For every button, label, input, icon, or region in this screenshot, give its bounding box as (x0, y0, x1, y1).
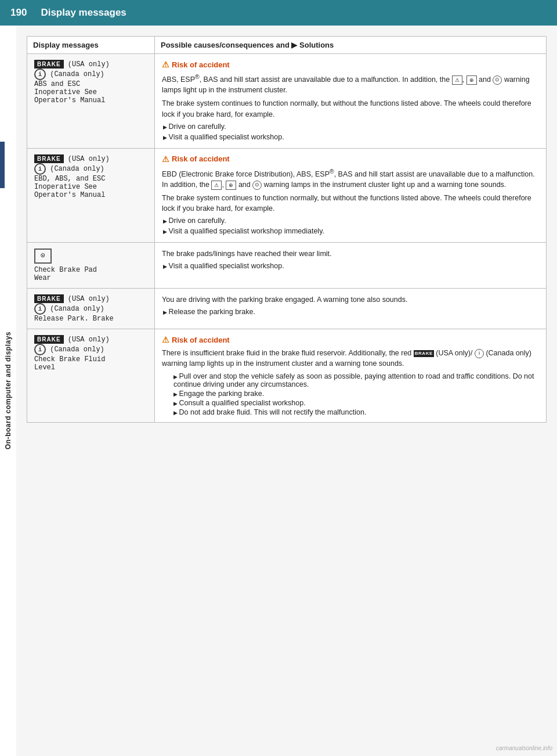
usa-only-label: (USA only) (68, 295, 110, 303)
brake-label: BRAKE (34, 335, 64, 344)
header-bar: 190 Display messages (0, 0, 557, 26)
bullet4: Do not add brake fluid. This will not re… (162, 408, 539, 416)
body-text: You are driving with the parking brake e… (162, 294, 539, 305)
watermark: carmanualsonline.info (496, 745, 552, 751)
bullet2: Visit a qualified specialist workshop. (162, 133, 539, 141)
circle-i-icon: i (34, 344, 46, 355)
esp-lamp-icon: ⊕ (466, 75, 477, 85)
sidebar: On-board computer and displays (0, 26, 16, 756)
col2-header: Possible causes/consequences and ▶ Solut… (155, 37, 547, 54)
circle-i-icon: i (34, 303, 46, 315)
risk-title: ⚠ Risk of accident (162, 154, 539, 164)
solution-cell: ⚠ Risk of accident EBD (Electronic Brake… (155, 148, 547, 243)
brake-pad-icon: ⊙ (34, 249, 52, 264)
bullet1: Drive on carefully. (162, 123, 539, 131)
inline-circle-icon: i (475, 349, 484, 358)
body-text2: The brake system continues to function n… (162, 193, 539, 214)
canada-only-label: (Canada only) (50, 165, 104, 173)
table-row: BRAKE (USA only) i (Canada only) ABS and… (27, 54, 547, 149)
bullet1: Drive on carefully. (162, 217, 539, 225)
usa-only-label: (USA only) (68, 60, 110, 69)
bullet1: Pull over and stop the vehicle safely as… (162, 372, 539, 388)
usa-only-label: (USA only) (68, 154, 110, 163)
inline-brake-label: BRAKE (414, 350, 434, 357)
page-title: Display messages (41, 7, 126, 19)
bullet1: Release the parking brake. (162, 308, 539, 316)
body-text: EBD (Electronic Brake force Distribution… (162, 167, 539, 190)
body-text: There is insufficient brake fluid in the… (162, 348, 539, 369)
brake-label: BRAKE (34, 60, 64, 69)
risk-text: Risk of accident (172, 154, 230, 163)
brake-label: BRAKE (34, 154, 64, 163)
warning-triangle-icon: ⚠ (162, 335, 169, 344)
warning-triangle-icon: ⚠ (162, 60, 169, 69)
canada-only-label: (Canada only) (50, 345, 104, 354)
warn-lamp-icon: ⚠ (452, 75, 462, 85)
col1-header: Display messages (27, 37, 155, 54)
solution-cell: The brake pads/linings have reached thei… (155, 243, 547, 289)
solution-cell: ⚠ Risk of accident ABS, ESP®, BAS and hi… (155, 54, 547, 149)
sidebar-marker (0, 142, 5, 188)
table-row: BRAKE (USA only) i (Canada only) Check B… (27, 329, 547, 422)
risk-text: Risk of accident (172, 60, 230, 69)
risk-title: ⚠ Risk of accident (162, 60, 539, 69)
table-row: BRAKE (USA only) i (Canada only) EBD, AB… (27, 148, 547, 243)
page-wrapper: 190 Display messages On-board computer a… (0, 0, 557, 756)
page-number: 190 (10, 7, 27, 19)
bullet3: Consult a qualified specialist workshop. (162, 399, 539, 407)
body-text: The brake pads/linings have reached thei… (162, 249, 539, 259)
display-message-cell: BRAKE (USA only) i (Canada only) EBD, AB… (27, 148, 155, 243)
risk-title: ⚠ Risk of accident (162, 335, 539, 344)
solution-cell: ⚠ Risk of accident There is insufficient… (155, 329, 547, 422)
brake-label: BRAKE (34, 294, 64, 303)
message-text: Release Park. Brake (34, 315, 114, 323)
circle-i-icon: i (34, 163, 46, 175)
message-text: ABS and ESCInoperative SeeOperator's Man… (34, 80, 105, 105)
bullet2: Visit a qualified specialist workshop im… (162, 227, 539, 235)
canada-only-label: (Canada only) (50, 305, 104, 313)
body-text2: The brake system continues to function n… (162, 98, 539, 119)
circle-lamp-icon: ⊙ (493, 75, 502, 85)
circle-lamp-icon: ⊙ (252, 181, 262, 190)
display-message-cell: BRAKE (USA only) i (Canada only) Check B… (27, 329, 155, 422)
display-message-cell: BRAKE (USA only) i (Canada only) Release… (27, 289, 155, 329)
display-message-cell: ⊙ Check Brake PadWear (27, 243, 155, 289)
warn-lamp-icon: ⚠ (211, 181, 222, 190)
canada-only-label: (Canada only) (50, 70, 104, 78)
display-message-cell: BRAKE (USA only) i (Canada only) ABS and… (27, 54, 155, 149)
messages-table: Display messages Possible causes/consequ… (27, 36, 547, 423)
esp-lamp-icon: ⊕ (226, 181, 236, 190)
circle-i-icon: i (34, 69, 46, 80)
sidebar-label: On-board computer and displays (4, 332, 12, 449)
usa-only-label: (USA only) (68, 336, 110, 344)
message-text: Check Brake PadWear (34, 266, 97, 282)
bullet1: Visit a qualified specialist workshop. (162, 262, 539, 270)
body-text: ABS, ESP®, BAS and hill start assist are… (162, 73, 539, 95)
main-content: Display messages Possible causes/consequ… (16, 26, 557, 433)
table-row: BRAKE (USA only) i (Canada only) Release… (27, 289, 547, 329)
table-row: ⊙ Check Brake PadWear The brake pads/lin… (27, 243, 547, 289)
bullet2: Engage the parking brake. (162, 390, 539, 398)
message-text: Check Brake FluidLevel (34, 355, 105, 372)
warning-triangle-icon: ⚠ (162, 154, 169, 164)
solution-cell: You are driving with the parking brake e… (155, 289, 547, 329)
message-text: EBD, ABS, and ESCInoperative SeeOperator… (34, 175, 105, 199)
risk-text: Risk of accident (172, 336, 230, 344)
